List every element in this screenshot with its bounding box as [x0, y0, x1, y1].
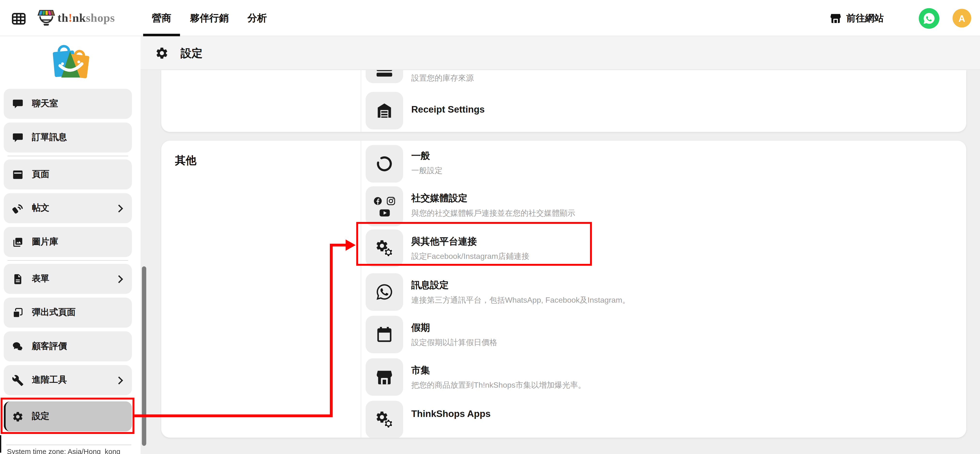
inventory-row-tile[interactable] — [366, 70, 403, 83]
brand-wordmark: th!nkshops — [57, 11, 115, 25]
sidebar-item-label: 進階工具 — [32, 374, 67, 386]
receipt-settings-icon — [375, 101, 393, 120]
page-title: 設定 — [181, 45, 202, 60]
receipt-settings-title[interactable]: Receipt Settings — [411, 104, 485, 115]
visit-site-button[interactable]: 前往網站 — [829, 12, 884, 24]
tools-icon — [12, 374, 24, 386]
row-subtitle: 連接第三方通訊平台，包括WhatsApp, Facebook及Instagram… — [411, 295, 630, 306]
row-subtitle: 把您的商品放置到Th!nkShops市集以增加爆光率。 — [411, 380, 586, 391]
nav-analytics[interactable]: 分析 — [248, 0, 267, 36]
sidebar-footer-divider — [6, 444, 131, 445]
sidebar-divider — [8, 156, 128, 156]
topbar-right-group: 前往網站 A — [829, 0, 971, 36]
storefront-logo-icon — [35, 8, 57, 29]
form-icon — [12, 273, 24, 285]
sidebar-item-settings[interactable]: 設定 — [4, 401, 132, 432]
sidebar-item-label: 設定 — [32, 411, 49, 422]
gear-icon — [12, 410, 24, 422]
storefront-icon — [375, 368, 393, 386]
whatsapp-icon — [923, 12, 935, 25]
thinkshops-apps-tile — [366, 401, 403, 438]
user-avatar[interactable]: A — [952, 9, 971, 27]
section-label-other: 其他 — [175, 153, 196, 167]
sidebar-item-label: 圖片庫 — [32, 236, 58, 247]
top-bar: th!nkshops 營商 夥伴行銷 分析 前往網站 A — [0, 0, 980, 36]
app-window: th!nkshops 營商 夥伴行銷 分析 前往網站 A — [0, 0, 980, 454]
youtube-icon — [379, 209, 390, 217]
other-settings-card: 其他 一般 一般設定 — [161, 141, 966, 438]
sidebar-item-order-messages[interactable]: 訂單訊息 — [4, 123, 132, 153]
double-gear-icon — [375, 410, 393, 429]
whatsapp-support-button[interactable] — [919, 8, 939, 28]
sidebar-item-label: 訂單訊息 — [32, 132, 67, 143]
settings-card-partial: 設置您的庫存來源 Receipt Settings — [161, 70, 966, 132]
row-subtitle: 設定假期以計算假日價格 — [411, 338, 497, 348]
row-title: 一般 — [411, 150, 430, 162]
sidebar-item-customer-reviews[interactable]: 顧客評價 — [4, 331, 132, 362]
chat-icon — [12, 132, 24, 143]
sidebar-item-label: 彈出式頁面 — [32, 307, 76, 318]
sidebar-item-gallery[interactable]: 圖片庫 — [4, 227, 132, 257]
reviews-icon — [12, 341, 24, 352]
sidebar-item-pages[interactable]: 頁面 — [4, 159, 132, 190]
sidebar-item-label: 帖文 — [32, 203, 49, 214]
social-media-tile — [366, 186, 403, 226]
connect-platforms-tile — [366, 229, 403, 267]
row-title: 假期 — [411, 322, 430, 334]
popup-icon — [12, 307, 24, 319]
inventory-icon — [375, 70, 393, 84]
row-subtitle: 與您的社交媒體帳戶連接並在您的社交媒體顯示 — [411, 208, 575, 219]
sidebar: 聊天室 訂單訊息 頁面 帖文 圖片庫 表單 — [0, 36, 141, 454]
gallery-icon — [12, 236, 24, 248]
top-navigation: 營商 夥伴行銷 分析 — [152, 0, 267, 36]
whatsapp-icon — [375, 283, 393, 301]
row-subtitle: 設定Facebook/Instagram店鋪連接 — [411, 251, 529, 262]
receipt-settings-tile[interactable] — [366, 92, 403, 129]
row-title: 訊息設定 — [411, 279, 449, 291]
column-divider — [361, 141, 361, 438]
row-subtitle: 一般設定 — [411, 166, 442, 176]
holidays-tile — [366, 316, 403, 353]
message-settings-tile — [366, 273, 403, 311]
sidebar-item-label: 表單 — [32, 273, 49, 284]
general-tile — [366, 145, 403, 183]
gear-icon — [155, 46, 169, 60]
double-gear-icon — [375, 239, 393, 257]
instagram-icon — [386, 196, 396, 205]
row-title: 市集 — [411, 365, 430, 376]
column-divider — [361, 70, 361, 132]
active-indicator-stub — [0, 435, 1, 452]
sidebar-divider — [8, 398, 128, 398]
sidebar-divider — [8, 260, 128, 261]
page-header: 設定 — [141, 36, 980, 70]
visit-site-label: 前往網站 — [846, 12, 884, 24]
sidebar-item-forms[interactable]: 表單 — [4, 264, 132, 294]
post-icon — [12, 202, 24, 214]
sidebar-scrollbar-thumb[interactable] — [142, 266, 146, 446]
sidebar-item-popup-pages[interactable]: 彈出式頁面 — [4, 298, 132, 328]
main-content: 設定 設置您的庫存來源 Receipt Settings — [141, 36, 980, 454]
sidebar-item-label: 頁面 — [32, 169, 49, 180]
sidebar-item-label: 顧客評價 — [32, 341, 67, 352]
system-timezone-label: System time zone: Asia/Hong_kong — [7, 448, 120, 454]
chevron-right-icon — [115, 376, 123, 384]
nav-business[interactable]: 營商 — [152, 0, 171, 36]
shop-logo — [0, 43, 141, 81]
calendar-icon — [375, 325, 393, 344]
nav-affiliate-marketing[interactable]: 夥伴行銷 — [190, 0, 229, 36]
sidebar-item-label: 聊天室 — [32, 98, 58, 109]
facebook-icon — [373, 196, 383, 205]
sidebar-item-chat-room[interactable]: 聊天室 — [4, 89, 132, 119]
chevron-right-icon — [115, 275, 123, 283]
row-title: 與其他平台連接 — [411, 236, 477, 248]
inventory-row-subtitle: 設置您的庫存來源 — [411, 73, 474, 84]
brand-logo[interactable]: th!nkshops — [35, 5, 115, 31]
sidebar-item-advanced-tools[interactable]: 進階工具 — [4, 365, 132, 395]
apps-grid-icon[interactable] — [11, 11, 27, 27]
row-title: 社交媒體設定 — [411, 193, 468, 204]
row-title: ThinkShops Apps — [411, 408, 491, 419]
chat-icon — [12, 98, 24, 110]
general-circle-icon — [375, 155, 393, 173]
storefront-icon — [829, 12, 842, 24]
sidebar-item-posts[interactable]: 帖文 — [4, 193, 132, 223]
